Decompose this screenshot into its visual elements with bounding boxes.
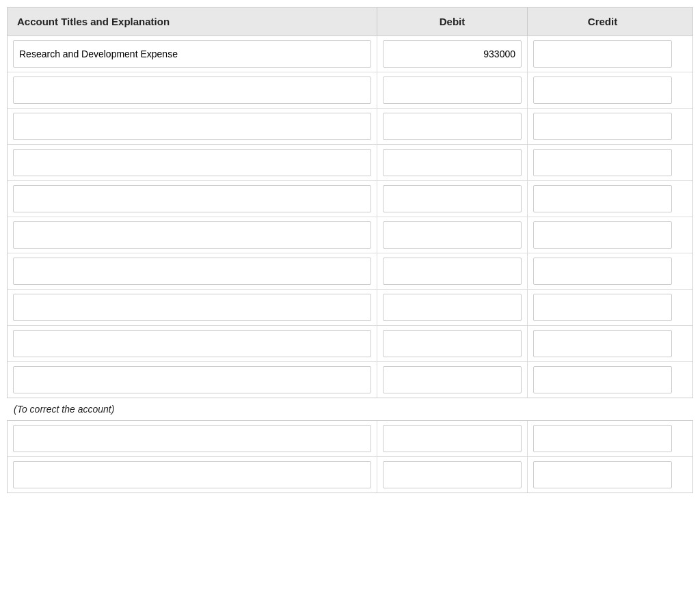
account-input-8[interactable]: [13, 330, 371, 357]
table-header: Account Titles and Explanation Debit Cre…: [7, 7, 693, 36]
header-account: Account Titles and Explanation: [8, 8, 377, 36]
debit-input-5[interactable]: [383, 221, 522, 249]
extra-table-row: [8, 421, 692, 457]
table-row: [8, 362, 692, 398]
account-input-2[interactable]: [13, 113, 371, 140]
credit-input-4[interactable]: [533, 185, 672, 212]
credit-input-8[interactable]: [533, 330, 672, 357]
table-row: [8, 36, 692, 72]
credit-input-3[interactable]: [533, 149, 672, 176]
account-input-9[interactable]: [13, 366, 371, 393]
note-text: (To correct the account): [7, 398, 693, 420]
account-input-6[interactable]: [13, 258, 371, 285]
credit-input-9[interactable]: [533, 366, 672, 393]
journal-entry-table: Account Titles and Explanation Debit Cre…: [0, 0, 700, 500]
debit-input-1[interactable]: [383, 77, 522, 104]
table-body: [7, 36, 693, 398]
credit-input-7[interactable]: [533, 294, 672, 321]
debit-input-2[interactable]: [383, 113, 522, 140]
account-input-0[interactable]: [13, 40, 371, 68]
table-row: [8, 217, 692, 253]
table-row: [8, 145, 692, 181]
table-row: [8, 109, 692, 145]
header-debit: Debit: [377, 8, 527, 36]
account-input-5[interactable]: [13, 221, 371, 249]
credit-input-5[interactable]: [533, 221, 672, 249]
extra-credit-input-1[interactable]: [533, 461, 672, 488]
table-row: [8, 326, 692, 362]
debit-input-7[interactable]: [383, 294, 522, 321]
credit-input-0[interactable]: [533, 40, 672, 68]
additional-rows-body: [7, 420, 693, 493]
credit-input-2[interactable]: [533, 113, 672, 140]
extra-debit-input-0[interactable]: [383, 425, 522, 452]
table-row: [8, 181, 692, 217]
table-row: [8, 253, 692, 290]
account-input-1[interactable]: [13, 77, 371, 104]
table-row: [8, 290, 692, 326]
debit-input-8[interactable]: [383, 330, 522, 357]
header-credit: Credit: [527, 8, 677, 36]
table-row: [8, 72, 692, 109]
extra-account-input-0[interactable]: [13, 425, 371, 452]
debit-input-9[interactable]: [383, 366, 522, 393]
credit-input-1[interactable]: [533, 77, 672, 104]
extra-credit-input-0[interactable]: [533, 425, 672, 452]
credit-input-6[interactable]: [533, 258, 672, 285]
extra-table-row: [8, 457, 692, 493]
account-input-4[interactable]: [13, 185, 371, 212]
extra-debit-input-1[interactable]: [383, 461, 522, 488]
debit-input-3[interactable]: [383, 149, 522, 176]
debit-input-6[interactable]: [383, 258, 522, 285]
extra-account-input-1[interactable]: [13, 461, 371, 488]
account-input-3[interactable]: [13, 149, 371, 176]
debit-input-0[interactable]: [383, 40, 522, 68]
account-input-7[interactable]: [13, 294, 371, 321]
debit-input-4[interactable]: [383, 185, 522, 212]
